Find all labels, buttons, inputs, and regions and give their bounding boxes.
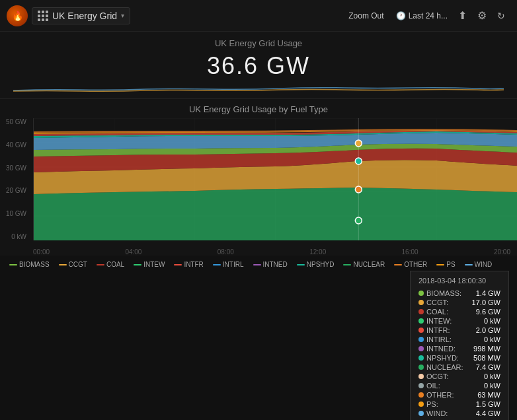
datasource-title: UK Energy Grid bbox=[52, 11, 117, 21]
svg-point-14 bbox=[355, 186, 362, 193]
y-label-0: 0 kW bbox=[3, 233, 30, 240]
tooltip-row: PS: 1.5 GW bbox=[418, 400, 500, 409]
tooltip-row: INTIRL: 0 kW bbox=[418, 335, 500, 344]
y-label-10: 10 GW bbox=[3, 210, 30, 217]
tooltip-row: BIOMASS: 1.4 GW bbox=[418, 289, 500, 298]
legend-item-ccgt: CCGT bbox=[59, 261, 87, 268]
chart-title: UK Energy Grid Usage by Fuel Type bbox=[0, 104, 517, 114]
settings-button[interactable]: ⚙ bbox=[472, 7, 492, 24]
chart-wrapper[interactable]: 50 GW 40 GW 30 GW 20 GW 10 GW 0 kW bbox=[0, 118, 517, 247]
x-label-1200: 12:00 bbox=[309, 248, 326, 256]
tooltip-row: COAL: 9.6 GW bbox=[418, 307, 500, 316]
legend-item-nuclear: NUCLEAR bbox=[343, 261, 385, 268]
y-label-30: 30 GW bbox=[3, 164, 30, 172]
legend-item-intned: INTNED bbox=[253, 261, 288, 268]
time-range-button[interactable]: 🕐 Last 24 h... bbox=[391, 9, 453, 23]
summary-panel: UK Energy Grid Usage 36.6 GW bbox=[0, 32, 517, 99]
y-label-20: 20 GW bbox=[3, 187, 30, 194]
x-label-2000: 20:00 bbox=[494, 248, 510, 256]
chart-xaxis: 00:00 04:00 08:00 12:00 16:00 20:00 bbox=[0, 247, 517, 256]
tooltip-row: OIL: 0 kW bbox=[418, 381, 500, 390]
refresh-button[interactable]: ↻ bbox=[492, 8, 510, 24]
share-button[interactable]: ⬆ bbox=[453, 7, 472, 24]
tooltip-row: NPSHYD: 508 MW bbox=[418, 353, 500, 363]
legend-item-coal: COAL bbox=[97, 261, 124, 268]
x-label-1600: 16:00 bbox=[402, 248, 418, 256]
svg-point-13 bbox=[355, 158, 362, 164]
tooltip-row: INTNED: 998 MW bbox=[418, 344, 500, 353]
legend-item-intirl: INTIRL bbox=[213, 261, 244, 268]
tooltip-row: NUCLEAR: 7.4 GW bbox=[418, 363, 500, 372]
tooltip-row: OCGT: 0 kW bbox=[418, 372, 500, 381]
chart-canvas[interactable] bbox=[33, 118, 517, 240]
y-label-50: 50 GW bbox=[3, 118, 30, 125]
y-label-40: 40 GW bbox=[3, 141, 30, 149]
summary-sparkline bbox=[13, 84, 504, 93]
clock-icon: 🕐 bbox=[396, 11, 406, 20]
svg-point-12 bbox=[355, 140, 362, 147]
x-label-0000: 00:00 bbox=[33, 248, 50, 256]
datasource-dropdown[interactable]: UK Energy Grid ▾ bbox=[32, 7, 130, 24]
tooltip-row: OTHER: 63 MW bbox=[418, 390, 500, 400]
tooltip-rows: BIOMASS: 1.4 GW CCGT: 17.0 GW COAL: 9.6 … bbox=[418, 289, 500, 418]
svg-point-15 bbox=[355, 217, 362, 224]
chevron-down-icon: ▾ bbox=[121, 12, 124, 19]
legend-item-wind: WIND bbox=[465, 261, 493, 268]
legend-item-biomass: BIOMASS bbox=[9, 261, 50, 268]
legend-item-npshyd: NPSHYD bbox=[297, 261, 335, 268]
grid-icon bbox=[38, 11, 48, 21]
tooltip-row: INTFR: 2.0 GW bbox=[418, 326, 500, 335]
legend-item-intew: INTEW bbox=[134, 261, 165, 268]
tooltip-row: INTEW: 0 kW bbox=[418, 316, 500, 326]
chart-tooltip: 2018-03-04 18:00:30 BIOMASS: 1.4 GW CCGT… bbox=[410, 271, 509, 420]
legend-item-ps: PS bbox=[436, 261, 455, 268]
summary-value: 36.6 GW bbox=[13, 52, 504, 80]
legend-item-other: OTHER bbox=[394, 261, 427, 268]
chart-yaxis: 50 GW 40 GW 30 GW 20 GW 10 GW 0 kW bbox=[0, 118, 33, 240]
x-label-0400: 04:00 bbox=[125, 248, 141, 256]
chart-section: UK Energy Grid Usage by Fuel Type 50 GW … bbox=[0, 99, 517, 256]
tooltip-row: CCGT: 17.0 GW bbox=[418, 298, 500, 307]
x-label-0800: 08:00 bbox=[218, 248, 234, 256]
tooltip-datetime: 2018-03-04 18:00:30 bbox=[418, 277, 500, 285]
tooltip-row: WIND: 4.4 GW bbox=[418, 409, 500, 418]
legend-item-intfr: INTFR bbox=[174, 261, 203, 268]
zoom-out-button[interactable]: Zoom Out bbox=[342, 9, 390, 23]
time-range-label: Last 24 h... bbox=[409, 11, 448, 20]
app-logo bbox=[7, 5, 28, 26]
header: UK Energy Grid ▾ Zoom Out 🕐 Last 24 h...… bbox=[0, 0, 517, 32]
chart-legend: BIOMASSCCGTCOALINTEWINTFRINTIRLINTNEDNPS… bbox=[0, 256, 517, 271]
summary-title: UK Energy Grid Usage bbox=[13, 38, 504, 48]
